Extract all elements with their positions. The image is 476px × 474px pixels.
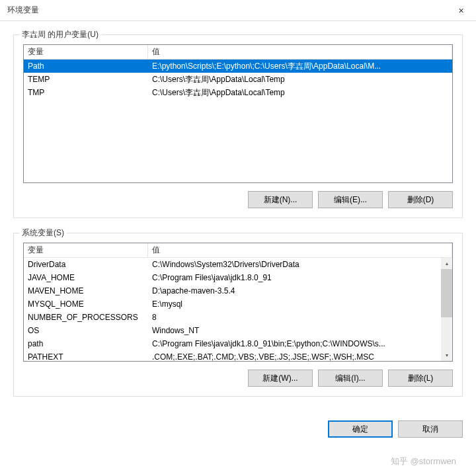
- column-header-value[interactable]: 值: [148, 45, 452, 59]
- cell-variable: MAVEN_HOME: [24, 286, 148, 296]
- table-row[interactable]: DriverDataC:\Windows\System32\Drivers\Dr…: [24, 258, 452, 271]
- table-row[interactable]: TMPC:\Users\李壵周\AppData\Local\Temp: [24, 86, 452, 99]
- close-button[interactable]: ×: [446, 1, 476, 20]
- table-row[interactable]: PATHEXT.COM;.EXE;.BAT;.CMD;.VBS;.VBE;.JS…: [24, 350, 452, 364]
- user-rows-container: PathE:\python\Scripts\;E:\python\;C:\Use…: [24, 59, 452, 99]
- cell-value: E:\mysql: [148, 299, 452, 309]
- user-variables-list[interactable]: 变量 值 PathE:\python\Scripts\;E:\python\;C…: [23, 44, 453, 183]
- cell-variable: JAVA_HOME: [24, 273, 148, 282]
- user-buttons-row: 新建(N)... 编辑(E)... 删除(D): [23, 191, 453, 208]
- system-rows-container: DriverDataC:\Windows\System32\Drivers\Dr…: [24, 258, 452, 364]
- titlebar: 环境变量 ×: [0, 0, 476, 21]
- scrollbar-thumb[interactable]: [441, 269, 452, 317]
- cell-variable: PATHEXT: [24, 352, 148, 362]
- cell-variable: path: [24, 339, 148, 348]
- column-header-variable[interactable]: 变量: [24, 45, 148, 59]
- cell-value: E:\python\Scripts\;E:\python\;C:\Users\李…: [148, 61, 452, 72]
- table-row[interactable]: MAVEN_HOMED:\apache-maven-3.5.4: [24, 284, 452, 297]
- system-edit-button[interactable]: 编辑(I)...: [318, 370, 383, 387]
- table-row[interactable]: pathC:\Program Files\java\jdk1.8.0_91\bi…: [24, 337, 452, 350]
- cell-value: 8: [148, 313, 452, 322]
- user-new-button[interactable]: 新建(N)...: [248, 191, 313, 208]
- ok-button[interactable]: 确定: [328, 420, 393, 438]
- cell-variable: TMP: [24, 88, 148, 97]
- table-row[interactable]: OSWindows_NT: [24, 324, 452, 337]
- user-delete-button[interactable]: 删除(D): [388, 191, 453, 208]
- user-variables-groupbox: 李壵周 的用户变量(U) 变量 值 PathE:\python\Scripts\…: [13, 34, 463, 218]
- user-variables-label: 李壵周 的用户变量(U): [19, 29, 101, 40]
- window-title: 环境变量: [7, 5, 39, 16]
- column-header-value[interactable]: 值: [148, 243, 452, 257]
- cell-variable: Path: [24, 61, 148, 71]
- cell-value: C:\Program Files\java\jdk1.8.0_91: [148, 273, 452, 282]
- table-row[interactable]: PathE:\python\Scripts\;E:\python\;C:\Use…: [24, 59, 452, 73]
- cell-value: D:\apache-maven-3.5.4: [148, 286, 452, 296]
- cell-value: Windows_NT: [148, 326, 452, 335]
- system-variables-list[interactable]: 变量 值 DriverDataC:\Windows\System32\Drive…: [23, 243, 453, 362]
- user-edit-button[interactable]: 编辑(E)...: [318, 191, 383, 208]
- dialog-content: 李壵周 的用户变量(U) 变量 值 PathE:\python\Scripts\…: [0, 21, 476, 420]
- vertical-scrollbar[interactable]: ▴ ▾: [441, 258, 452, 361]
- cell-variable: TEMP: [24, 75, 148, 84]
- cell-variable: MYSQL_HOME: [24, 299, 148, 309]
- scrollbar-track[interactable]: [441, 269, 452, 350]
- system-variables-label: 系统变量(S): [19, 227, 67, 239]
- system-buttons-row: 新建(W)... 编辑(I)... 删除(L): [23, 370, 453, 387]
- scroll-up-icon[interactable]: ▴: [441, 258, 452, 269]
- cell-value: C:\Windows\System32\Drivers\DriverData: [148, 260, 452, 269]
- system-variables-groupbox: 系统变量(S) 变量 值 DriverDataC:\Windows\System…: [13, 233, 463, 397]
- cell-value: .COM;.EXE;.BAT;.CMD;.VBS;.VBE;.JS;.JSE;.…: [148, 352, 452, 362]
- cell-variable: OS: [24, 326, 148, 335]
- cell-value: C:\Users\李壵周\AppData\Local\Temp: [148, 87, 452, 99]
- column-header-variable[interactable]: 变量: [24, 243, 148, 257]
- cancel-button[interactable]: 取消: [398, 420, 463, 438]
- scroll-down-icon[interactable]: ▾: [441, 350, 452, 361]
- cell-value: C:\Program Files\java\jdk1.8.0_91\bin;E:…: [148, 339, 452, 348]
- cell-variable: NUMBER_OF_PROCESSORS: [24, 313, 148, 322]
- system-delete-button[interactable]: 删除(L): [388, 370, 453, 387]
- close-icon: ×: [458, 5, 463, 16]
- watermark-text: 知乎 @stormwen: [391, 455, 456, 467]
- table-row[interactable]: TEMPC:\Users\李壵周\AppData\Local\Temp: [24, 73, 452, 86]
- table-row[interactable]: MYSQL_HOMEE:\mysql: [24, 297, 452, 311]
- dialog-buttons-row: 确定 取消: [0, 420, 476, 450]
- table-row[interactable]: JAVA_HOMEC:\Program Files\java\jdk1.8.0_…: [24, 271, 452, 284]
- column-headers: 变量 值: [24, 45, 452, 59]
- cell-value: C:\Users\李壵周\AppData\Local\Temp: [148, 74, 452, 85]
- cell-variable: DriverData: [24, 260, 148, 269]
- table-row[interactable]: NUMBER_OF_PROCESSORS8: [24, 311, 452, 324]
- column-headers: 变量 值: [24, 243, 452, 258]
- system-new-button[interactable]: 新建(W)...: [248, 370, 313, 387]
